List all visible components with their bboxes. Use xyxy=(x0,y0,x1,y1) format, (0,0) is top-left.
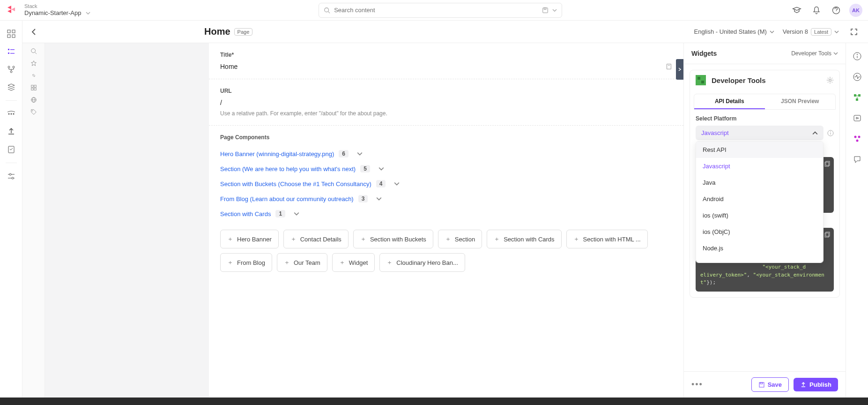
nav-publish[interactable] xyxy=(4,124,19,139)
help-icon[interactable] xyxy=(830,4,843,17)
svg-point-51 xyxy=(857,54,858,55)
add-button-label: Hero Banner xyxy=(237,236,272,243)
svg-rect-43 xyxy=(825,162,829,166)
extensions-icon[interactable] xyxy=(850,131,865,146)
chevron-down-icon[interactable] xyxy=(378,166,384,172)
add-button-label: Section xyxy=(455,236,475,243)
component-row[interactable]: Section (We are here to help you with wh… xyxy=(220,161,672,176)
platform-option[interactable]: ios (ObjC) xyxy=(696,224,823,240)
search-bar[interactable] xyxy=(319,3,562,18)
fullscreen-icon[interactable] xyxy=(847,25,861,38)
add-component-button[interactable]: ＋Widget xyxy=(332,253,375,272)
publish-icon xyxy=(800,382,807,388)
more-actions[interactable]: ••• xyxy=(691,380,703,390)
add-component-button[interactable]: ＋Contact Details xyxy=(283,230,349,248)
collapse-panel-button[interactable] xyxy=(676,59,683,80)
nav-releases[interactable] xyxy=(4,106,19,121)
platform-option[interactable]: Rest API xyxy=(696,142,823,158)
platform-option[interactable]: Javascript xyxy=(696,158,823,174)
platform-select[interactable]: Javascript Rest APIJavascriptJavaAndroid… xyxy=(696,126,823,140)
tab-api-details[interactable]: API Details xyxy=(694,94,765,109)
learn-icon[interactable] xyxy=(790,4,803,17)
add-component-button[interactable]: ＋Section with HTML ... xyxy=(566,230,648,248)
add-component-button[interactable]: ＋From Blog xyxy=(220,253,272,272)
copy-icon[interactable] xyxy=(823,161,830,167)
title-field-value[interactable]: Home xyxy=(220,63,237,70)
component-name[interactable]: Section (We are here to help you with wh… xyxy=(220,165,356,172)
link-icon[interactable] xyxy=(30,72,37,79)
platform-option[interactable]: Node.js xyxy=(696,240,823,256)
component-name[interactable]: Section with Cards xyxy=(220,210,271,218)
add-button-label: From Blog xyxy=(237,259,265,266)
nav-entries[interactable] xyxy=(4,44,19,59)
url-field-label: URL xyxy=(220,88,672,94)
platform-option[interactable]: Android xyxy=(696,191,823,207)
add-button-label: Our Team xyxy=(294,259,320,266)
tab-json-preview[interactable]: JSON Preview xyxy=(765,94,836,109)
component-row[interactable]: Section with Buckets (Choose the #1 Tech… xyxy=(220,176,672,191)
back-button[interactable] xyxy=(30,28,38,36)
bell-icon[interactable] xyxy=(810,4,823,17)
add-component-button[interactable]: ＋Hero Banner xyxy=(220,230,279,248)
globe-icon[interactable] xyxy=(30,97,37,103)
add-component-button[interactable]: ＋Our Team xyxy=(277,253,327,272)
chevron-down-icon[interactable] xyxy=(294,211,299,217)
comments-icon[interactable] xyxy=(850,152,865,167)
platform-option[interactable]: React Native xyxy=(696,256,823,263)
nav-dashboard[interactable] xyxy=(4,26,19,41)
svg-point-14 xyxy=(13,66,15,68)
stack-name: Dynamic-Starter-App xyxy=(24,9,81,17)
star-icon[interactable] xyxy=(30,60,37,67)
component-count: 1 xyxy=(275,210,285,218)
chevron-down-icon[interactable] xyxy=(394,181,400,187)
editor-area: Title* Home URL / Use a relative path. F… xyxy=(45,43,683,398)
component-row[interactable]: Hero Banner (winning-digital-strategy.pn… xyxy=(220,146,672,161)
add-component-button[interactable]: ＋Cloudinary Hero Ban... xyxy=(379,253,465,272)
avatar[interactable]: AK xyxy=(849,4,862,17)
publish-button[interactable]: Publish xyxy=(794,378,838,391)
gear-icon[interactable] xyxy=(826,76,834,84)
svg-rect-34 xyxy=(667,64,671,69)
activity-icon[interactable] xyxy=(850,69,865,84)
chevron-down-icon[interactable] xyxy=(552,8,557,13)
field-action-icon[interactable] xyxy=(666,63,672,70)
stack-selector[interactable]: Stack Dynamic-Starter-App xyxy=(24,3,90,17)
component-name[interactable]: Hero Banner (winning-digital-strategy.pn… xyxy=(220,150,334,158)
nav-settings[interactable] xyxy=(4,169,19,184)
workflow-icon[interactable] xyxy=(850,90,865,105)
info-icon[interactable] xyxy=(827,130,834,136)
tag-icon[interactable] xyxy=(30,109,37,115)
add-component-button[interactable]: ＋Section with Cards xyxy=(487,230,561,248)
search-icon[interactable] xyxy=(30,48,37,54)
chevron-down-icon[interactable] xyxy=(376,196,382,202)
svg-rect-55 xyxy=(856,98,858,101)
widget-selector[interactable]: Developer Tools xyxy=(791,50,838,57)
copy-icon[interactable] xyxy=(823,232,830,238)
nav-branches[interactable] xyxy=(4,62,19,77)
nav-tasks[interactable] xyxy=(4,142,19,157)
search-icon xyxy=(324,7,330,14)
add-button-label: Section with HTML ... xyxy=(583,236,641,243)
component-name[interactable]: From Blog (Learn about our community out… xyxy=(220,195,354,202)
component-count: 4 xyxy=(376,180,386,188)
preview-icon[interactable] xyxy=(850,111,865,126)
component-row[interactable]: From Blog (Learn about our community out… xyxy=(220,191,672,206)
platform-option[interactable]: ios (swift) xyxy=(696,207,823,224)
info-panel-icon[interactable] xyxy=(850,49,865,64)
add-component-button[interactable]: ＋Section xyxy=(438,230,482,248)
platform-option[interactable]: Java xyxy=(696,174,823,191)
version-selector[interactable]: Version 8 Latest xyxy=(783,28,839,36)
grid-icon[interactable] xyxy=(30,84,37,91)
locale-selector[interactable]: English - United States (M) xyxy=(694,28,774,35)
nav-stack[interactable] xyxy=(4,80,19,95)
url-field-value[interactable]: / xyxy=(220,99,672,106)
save-button[interactable]: Save xyxy=(751,377,789,392)
widget-panel: Widgets Developer Tools Developer Tools xyxy=(683,43,846,398)
component-name[interactable]: Section with Buckets (Choose the #1 Tech… xyxy=(220,180,371,188)
component-row[interactable]: Section with Cards 1 xyxy=(220,206,672,221)
stack-label: Stack xyxy=(24,3,90,9)
add-component-button[interactable]: ＋Section with Buckets xyxy=(353,230,433,248)
disk-icon[interactable] xyxy=(542,7,549,14)
search-input[interactable] xyxy=(334,7,538,14)
chevron-down-icon[interactable] xyxy=(357,151,363,157)
